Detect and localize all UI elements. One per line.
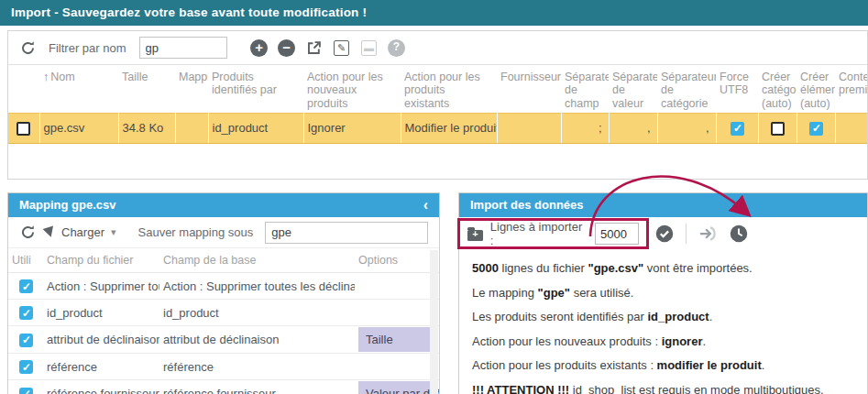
option-cell[interactable] [355,273,439,300]
mapping-row[interactable]: référence fournisseur référence fourniss… [8,380,439,394]
column-action-nouveaux[interactable]: Action pour les nouveaux produits [303,65,401,113]
import-message: Les produits seront identifiés par id_pr… [472,310,865,323]
used-checkbox[interactable] [19,279,33,293]
file-field: référence fournisseur [43,380,159,394]
column-fournisseur[interactable]: Fournisseur [497,65,561,113]
import-panel-title: Import des données [470,193,584,217]
import-panel: Import des données Lignes à importer : 5… [458,192,868,394]
mapping-row[interactable]: référence référence [8,354,439,380]
column-taille[interactable]: Taille [118,65,175,113]
column-utilise: Utili [8,248,43,273]
column-creer-categ[interactable]: Créer catégor (auto) [758,65,797,113]
remove-circle-icon[interactable]: − [277,38,297,58]
chevron-down-icon[interactable]: ▾ [111,226,116,238]
files-panel: Filtrer par nom + − ✎ ▬ ? ↑Nom Taille Ma… [7,30,868,180]
column-action-existants[interactable]: Action pour les produits existants [401,65,497,113]
cell-sep-categorie: , [657,113,716,143]
column-force-utf8[interactable]: Force UTF8 [716,65,758,113]
import-icon[interactable] [698,224,718,244]
cell-sep-valeur: , [609,113,657,143]
column-options: Options [355,248,439,273]
column-champ-fichier: Champ du fichier [43,248,159,273]
import-toolbar: Lignes à importer : [459,217,867,250]
mapping-panel-header: Mapping gpe.csv ‹ [8,193,439,217]
import-message: !!! ATTENTION !!! id_shop_list est requi… [472,383,865,394]
option-cell[interactable] [355,300,439,326]
filter-input[interactable] [139,37,227,59]
column-nom[interactable]: ↑Nom [39,65,118,113]
help-icon[interactable]: ? [387,38,407,58]
files-table-header: ↑Nom Taille Mappin Produits identifiés p… [8,65,868,113]
validate-icon[interactable] [654,224,675,244]
import-message: Le mapping "gpe" sera utilisé. [472,286,865,300]
column-creer-elem[interactable]: Créer élémen (auto) [797,65,835,113]
files-table: ↑Nom Taille Mappin Produits identifiés p… [8,65,868,144]
filter-label: Filtrer par nom [49,41,126,55]
mapping-panel-title: Mapping gpe.csv [19,193,115,217]
files-toolbar: Filtrer par nom + − ✎ ▬ ? [8,31,867,65]
column-sep-champ[interactable]: Séparate de champ [561,65,609,113]
file-field: attribut de déclinaison [43,326,159,354]
refresh-icon[interactable] [17,223,38,243]
option-cell[interactable]: Valeur par défa [355,380,439,394]
db-field: référence [159,354,355,380]
import-message: Action pour les produits existants : mod… [472,358,865,372]
lines-to-import-label: Lignes à importer : [490,220,588,247]
column-produits-identifies[interactable]: Produits identifiés par [208,65,303,113]
creer-elem-checkbox[interactable] [809,122,823,136]
refresh-icon[interactable] [17,38,38,58]
import-panel-header: Import des données [459,193,867,217]
force-utf8-checkbox[interactable] [731,122,744,136]
used-checkbox[interactable] [19,334,33,347]
divider [686,224,687,244]
load-mapping-button[interactable]: Charger [61,225,104,239]
used-checkbox[interactable] [19,388,33,394]
cell-sep-champ: ; [561,113,609,143]
save-mapping-label: Sauver mapping sous [138,225,254,239]
file-field: Action : Supprimer tou [43,273,159,300]
edit-icon[interactable]: ✎ [332,38,352,58]
import-message: Action pour les nouveaux produits : igno… [472,334,865,348]
creer-categ-checkbox[interactable] [771,122,785,136]
page-title: Import - Sauvegardez votre base avant to… [0,0,868,26]
row-select-checkbox[interactable] [16,122,30,136]
lines-to-import-input[interactable] [595,223,639,245]
cell-mapping [175,113,208,143]
used-checkbox[interactable] [19,360,33,374]
external-link-icon[interactable] [304,38,324,58]
mapping-toolbar: Charger ▾ Sauver mapping sous [8,217,439,248]
db-field: référence fournisseur [159,380,355,394]
db-field: Action : Supprimer toutes les déclinais [159,273,355,300]
save-mapping-input[interactable] [265,222,428,244]
add-circle-icon[interactable]: + [249,38,269,58]
option-cell[interactable]: Taille [355,326,439,354]
column-champ-base: Champ de la base [159,248,355,273]
cell-taille: 34.8 Ko [118,113,175,143]
collapse-chevron-icon[interactable]: ‹ [423,194,428,216]
used-checkbox[interactable] [19,306,33,320]
column-sep-categorie[interactable]: Séparateur de catégorie [657,65,716,113]
column-contenu[interactable]: Conten premiè [835,65,868,113]
lines-to-import-highlight: Lignes à importer : [457,218,649,249]
cell-contenu [835,113,868,143]
import-messages: 5000 lignes du fichier "gpe.csv" vont êt… [459,250,867,394]
table-row[interactable]: gpe.csv 34.8 Ko id_product Ignorer Modif… [8,113,868,143]
cell-action-existants: Modifier le produit [401,113,497,143]
load-mapping-icon[interactable] [43,225,57,238]
folder-add-icon[interactable] [467,230,483,241]
mapping-row[interactable]: Action : Supprimer tou Action : Supprime… [8,273,439,300]
cell-action-nouveaux: Ignorer [303,113,401,143]
mapping-row[interactable]: attribut de déclinaison attribut de décl… [8,326,439,354]
option-cell[interactable] [355,354,439,380]
sort-asc-icon: ↑ [43,71,49,83]
column-sep-valeur[interactable]: Séparate de valeur [609,65,657,113]
mapping-table-header: Utili Champ du fichier Champ de la base … [8,248,439,273]
column-mapping[interactable]: Mappin [175,65,208,113]
file-field: référence [43,354,159,380]
history-icon[interactable] [729,224,749,244]
mapping-row[interactable]: id_product id_product [8,300,439,326]
scrollbar[interactable] [430,250,438,394]
import-message: 5000 lignes du fichier "gpe.csv" vont êt… [472,261,865,275]
file-field: id_product [43,300,159,326]
header-select [8,65,39,113]
